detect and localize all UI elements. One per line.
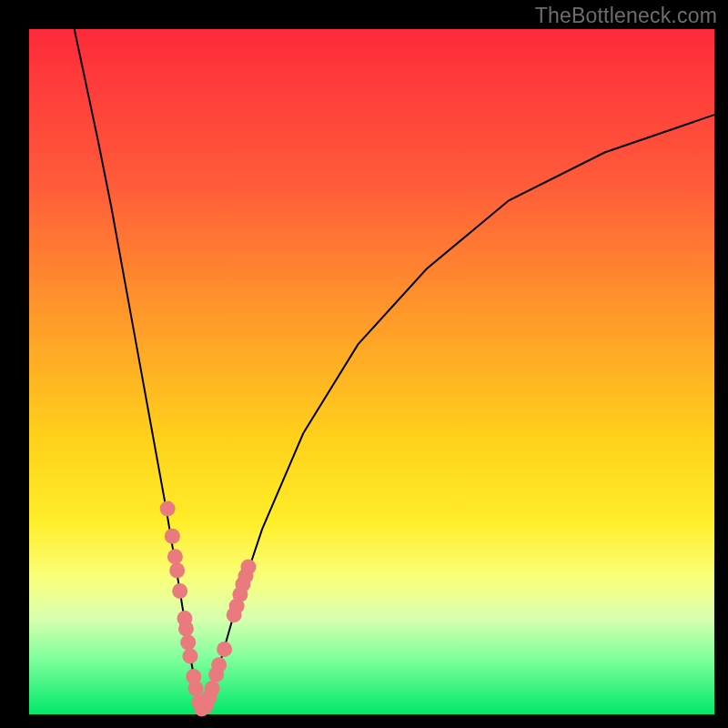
highlight-dot <box>217 642 232 657</box>
highlight-dot <box>167 549 183 564</box>
highlight-dot <box>165 529 180 544</box>
chart-frame: TheBottleneck.com <box>0 0 728 728</box>
highlight-dot <box>187 681 203 696</box>
highlight-dot <box>169 562 185 578</box>
highlight-dot <box>160 501 176 517</box>
highlight-dot <box>180 634 196 650</box>
highlight-dot <box>172 583 187 599</box>
highlight-dot <box>240 560 256 575</box>
highlight-dots-group <box>160 501 257 717</box>
curve-right <box>202 115 714 714</box>
plot-area <box>29 29 714 714</box>
chart-overlay <box>29 29 714 714</box>
highlight-dot <box>205 681 220 696</box>
highlight-dot <box>178 621 194 636</box>
highlight-dot <box>211 657 227 672</box>
highlight-dot <box>182 649 197 664</box>
watermark-text: TheBottleneck.com <box>535 4 717 28</box>
